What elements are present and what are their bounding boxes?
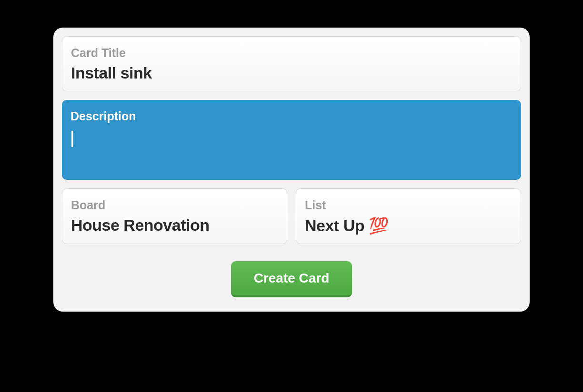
create-card-button[interactable]: Create Card <box>231 261 352 297</box>
board-value: House Renovation <box>71 216 278 235</box>
board-label: Board <box>71 198 278 212</box>
create-card-form: Card Title Install sink Description Boar… <box>53 28 530 312</box>
list-value: Next Up 💯 <box>305 216 512 235</box>
board-list-row: Board House Renovation List Next Up 💯 <box>62 188 521 244</box>
card-title-label: Card Title <box>71 46 512 60</box>
board-field[interactable]: Board House Renovation <box>62 188 287 244</box>
description-label: Description <box>70 109 513 123</box>
action-row: Create Card <box>62 261 521 303</box>
list-label: List <box>305 198 512 212</box>
text-cursor <box>71 131 73 147</box>
card-title-value: Install sink <box>71 64 512 82</box>
list-field[interactable]: List Next Up 💯 <box>296 188 521 244</box>
description-field[interactable]: Description <box>62 100 521 180</box>
card-title-field[interactable]: Card Title Install sink <box>62 36 521 91</box>
